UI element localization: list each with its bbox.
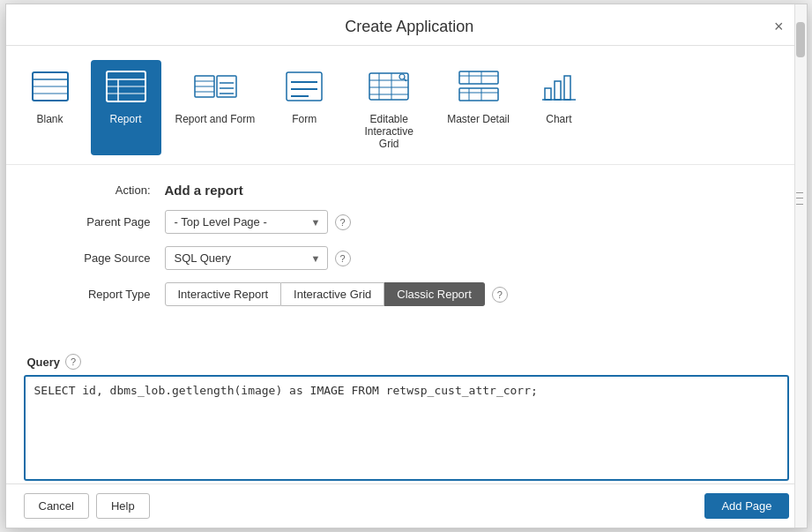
interactive-report-button[interactable]: Interactive Report — [165, 282, 282, 306]
report-icon — [101, 65, 152, 108]
footer-left-buttons: Cancel Help — [24, 493, 150, 519]
page-source-row: Page Source SQL Query ▼ ? — [59, 246, 754, 270]
action-value: Add a report — [165, 183, 243, 198]
scrollbar-track[interactable] — [794, 4, 807, 528]
report-type-label: Report Type — [59, 288, 165, 301]
page-source-select[interactable]: SQL Query — [165, 246, 328, 270]
master-detail-label: Master Detail — [447, 113, 510, 125]
close-button[interactable]: × — [769, 17, 789, 36]
blank-label: Blank — [36, 113, 63, 125]
form-icon — [279, 65, 330, 108]
report-type-group: Interactive Report Interactive Grid Clas… — [165, 282, 485, 306]
report-type-row: Report Type Interactive Report Interacti… — [59, 282, 754, 306]
blank-icon — [25, 65, 76, 108]
query-section: Query ? — [6, 354, 807, 483]
dialog-title: Create Application — [50, 18, 769, 36]
dialog-header: Create Application × — [6, 4, 807, 46]
editable-grid-icon — [363, 65, 414, 108]
app-type-chart[interactable]: Chart — [524, 60, 594, 155]
form-label: Form — [292, 113, 317, 125]
editable-grid-label: Editable Interactive Grid — [354, 113, 424, 150]
add-page-button[interactable]: Add Page — [704, 493, 788, 519]
report-and-form-icon — [190, 65, 241, 108]
action-row: Action: Add a report — [59, 183, 754, 198]
master-detail-icon — [453, 65, 504, 108]
cancel-button[interactable]: Cancel — [24, 493, 89, 519]
chart-label: Chart — [546, 113, 571, 125]
app-type-report-and-form[interactable]: Report and Form — [167, 60, 264, 155]
classic-report-button[interactable]: Classic Report — [384, 282, 485, 306]
app-type-blank[interactable]: Blank — [15, 60, 86, 155]
help-button[interactable]: Help — [96, 493, 150, 519]
svg-rect-39 — [555, 81, 561, 100]
query-textarea[interactable] — [24, 375, 789, 481]
svg-rect-29 — [459, 71, 498, 84]
action-label: Action: — [59, 184, 165, 197]
app-type-selector: Blank Report — [6, 46, 807, 165]
report-type-help-icon[interactable]: ? — [492, 287, 508, 303]
parent-page-select[interactable]: - Top Level Page - — [165, 210, 328, 234]
scrollbar-line — [796, 204, 803, 205]
report-label: Report — [109, 113, 141, 125]
svg-rect-40 — [564, 76, 570, 100]
app-type-master-detail[interactable]: Master Detail — [438, 60, 518, 155]
report-and-form-label: Report and Form — [175, 113, 256, 125]
chart-icon — [533, 65, 585, 108]
scrollbar-thumb[interactable] — [796, 22, 805, 57]
scrollbar-lines — [796, 190, 805, 207]
app-type-editable-interactive-grid[interactable]: Editable Interactive Grid — [345, 60, 433, 155]
parent-page-row: Parent Page - Top Level Page - ▼ ? — [59, 210, 754, 234]
query-help-icon[interactable]: ? — [65, 354, 81, 370]
scrollbar-line — [796, 192, 803, 193]
page-source-select-wrap: SQL Query ▼ — [165, 246, 328, 270]
interactive-grid-button[interactable]: Interactive Grid — [281, 282, 384, 306]
svg-point-27 — [399, 74, 405, 79]
query-label: Query — [27, 356, 61, 369]
app-type-report[interactable]: Report — [91, 60, 161, 155]
page-source-help-icon[interactable]: ? — [335, 251, 351, 266]
parent-page-select-wrap: - Top Level Page - ▼ — [165, 210, 328, 234]
create-application-dialog: Create Application × Blank — [5, 4, 808, 528]
page-source-label: Page Source — [59, 251, 165, 265]
parent-page-label: Parent Page — [59, 215, 165, 229]
svg-rect-33 — [459, 88, 498, 101]
svg-rect-38 — [545, 88, 551, 100]
query-label-row: Query ? — [24, 354, 789, 370]
svg-rect-21 — [369, 73, 408, 100]
app-type-form[interactable]: Form — [269, 60, 339, 155]
form-area: Action: Add a report Parent Page - Top L… — [6, 165, 807, 354]
parent-page-help-icon[interactable]: ? — [335, 214, 351, 230]
dialog-footer: Cancel Help Add Page — [6, 483, 807, 528]
scrollbar-line — [796, 198, 803, 199]
